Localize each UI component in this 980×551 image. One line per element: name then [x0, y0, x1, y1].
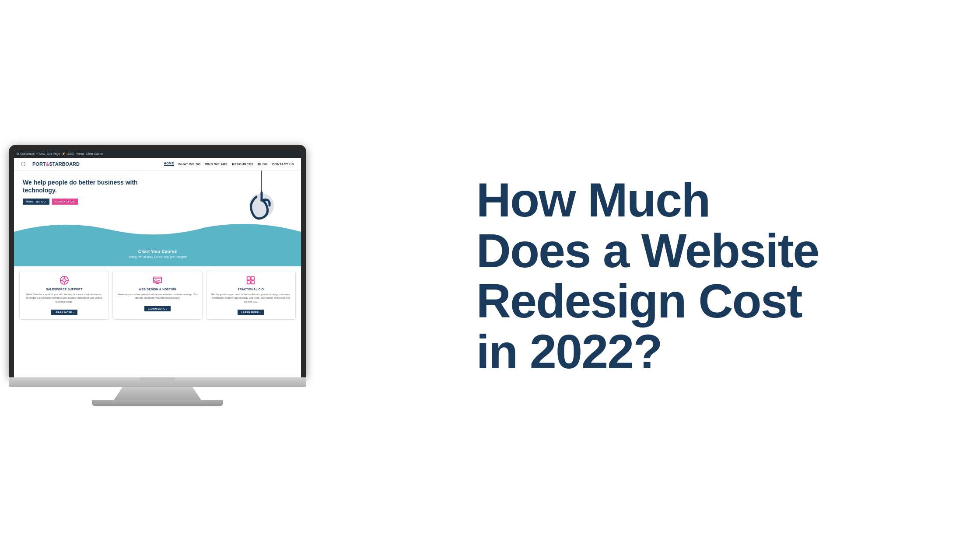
contact-us-button[interactable]: CONTACT US	[52, 199, 78, 205]
webdesign-card: WEB DESIGN & HOSTING Maximize your onlin…	[112, 271, 202, 320]
salesforce-learn-more[interactable]: LEARN MORE ›	[51, 310, 77, 315]
svg-point-3	[63, 279, 66, 282]
site-nav: PORT&STARBOARD HOME WHAT WE DO WHO WE AR…	[14, 158, 301, 171]
svg-rect-18	[251, 281, 254, 284]
fractional-cio-card-title: FRACTIONAL CIO	[210, 288, 292, 291]
hero-heading: We help people do better business with t…	[23, 178, 171, 194]
salesforce-card: SALESFORCE SUPPORT Make Salesforce work …	[19, 271, 109, 320]
laptop-notch	[140, 377, 175, 381]
laptop-base	[9, 377, 306, 387]
nav-what-we-do[interactable]: WHAT WE DO	[178, 163, 201, 166]
nav-contact-us[interactable]: CONTACT US	[272, 163, 294, 166]
laptop-container: ⊞ Customize + New Edit Page ⚡ SEO Forms …	[0, 0, 315, 551]
screen-content: ⊞ Customize + New Edit Page ⚡ SEO Forms …	[14, 150, 301, 377]
headline-line3: Redesign Cost	[476, 276, 819, 326]
what-we-do-button[interactable]: WHAT WE DO	[23, 199, 49, 205]
nav-links: HOME WHAT WE DO WHO WE ARE RESOURCES BLO…	[164, 162, 294, 166]
admin-bar-items: ⊞ Customize + New Edit Page ⚡ SEO Forms …	[17, 152, 103, 156]
svg-rect-12	[155, 280, 158, 282]
svg-rect-15	[247, 277, 250, 280]
fractional-cio-card: FRACTIONAL CIO Get the guidance you need…	[206, 271, 296, 320]
fractional-cio-icon	[246, 276, 256, 285]
cards-section: SALESFORCE SUPPORT Make Salesforce work …	[14, 266, 301, 324]
svg-rect-16	[251, 277, 254, 280]
svg-rect-17	[247, 281, 250, 284]
headline-line4: in 2022?	[476, 326, 819, 377]
webdesign-icon	[153, 276, 162, 285]
fractional-cio-card-desc: Get the guidance you need to feel confid…	[210, 293, 292, 303]
chart-section: Chart Your Course Feeling lost at sea? L…	[14, 245, 301, 266]
hero-wave	[14, 219, 301, 245]
admin-bar: ⊞ Customize + New Edit Page ⚡ SEO Forms …	[14, 150, 301, 158]
webdesign-card-title: WEB DESIGN & HOSTING	[116, 288, 198, 291]
nav-home[interactable]: HOME	[164, 162, 174, 166]
webdesign-card-desc: Maximize your online potential with a ne…	[116, 293, 198, 300]
text-section: How Much Does a Website Redesign Cost in…	[315, 148, 980, 403]
salesforce-card-title: SALESFORCE SUPPORT	[23, 288, 105, 291]
webdesign-learn-more[interactable]: LEARN MORE ›	[144, 306, 171, 311]
chart-subtitle: Feeling lost at sea? Let us help you nav…	[23, 255, 292, 258]
hero-buttons: WHAT WE DO CONTACT US	[23, 199, 171, 205]
hero-text: We help people do better business with t…	[23, 178, 171, 205]
laptop-foot	[92, 400, 223, 406]
nav-blog[interactable]: BLOG	[258, 163, 267, 166]
salesforce-card-desc: Make Salesforce work for you with the he…	[23, 293, 105, 303]
laptop: ⊞ Customize + New Edit Page ⚡ SEO Forms …	[9, 145, 306, 406]
chart-title: Chart Your Course	[23, 249, 292, 254]
headline-line2: Does a Website	[476, 225, 819, 276]
screen-bezel: ⊞ Customize + New Edit Page ⚡ SEO Forms …	[9, 145, 306, 377]
fractional-cio-learn-more[interactable]: LEARN MORE ›	[238, 310, 264, 315]
hero-section: We help people do better business with t…	[14, 171, 301, 245]
site-logo: PORT&STARBOARD	[32, 161, 80, 167]
headline-line1: How Much	[476, 174, 819, 225]
salesforce-icon	[60, 276, 69, 285]
nav-who-we-are[interactable]: WHO WE ARE	[205, 163, 228, 166]
nav-resources[interactable]: RESOURCES	[232, 163, 254, 166]
headline: How Much Does a Website Redesign Cost in…	[476, 174, 819, 377]
search-icon	[21, 162, 25, 166]
laptop-stand	[114, 387, 201, 400]
